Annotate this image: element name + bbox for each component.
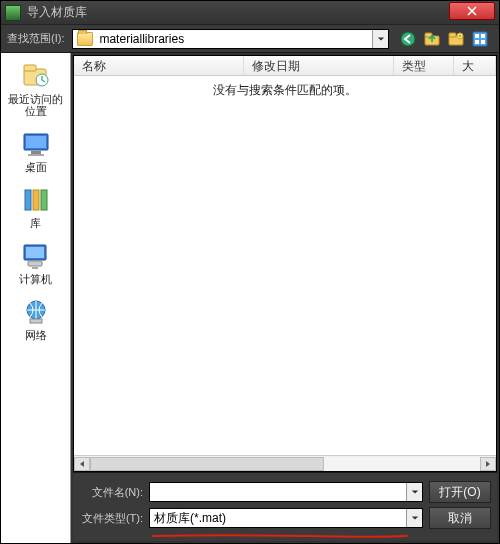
- sidebar-item-network[interactable]: 网络: [6, 295, 66, 343]
- svg-rect-16: [31, 151, 41, 154]
- app-icon: [5, 5, 21, 21]
- sidebar-item-libraries[interactable]: 库: [6, 183, 66, 231]
- horizontal-scrollbar[interactable]: [74, 455, 496, 471]
- cancel-button[interactable]: 取消: [429, 507, 491, 529]
- sidebar-item-computer[interactable]: 计算机: [6, 239, 66, 287]
- lookin-label: 查找范围(I):: [7, 31, 64, 46]
- svg-rect-4: [449, 33, 456, 37]
- svg-rect-23: [28, 261, 42, 266]
- svg-rect-9: [475, 40, 479, 44]
- sidebar-item-label: 网络: [25, 329, 47, 341]
- svg-rect-22: [26, 247, 44, 258]
- svg-rect-26: [30, 319, 42, 323]
- file-dialog: 导入材质库 查找范围(I): materiallibraries: [0, 0, 500, 544]
- column-name[interactable]: 名称: [74, 56, 244, 75]
- lookin-dropdown-button[interactable]: [372, 30, 388, 48]
- filename-row: 文件名(N): 打开(O): [79, 481, 491, 503]
- close-button[interactable]: [449, 2, 495, 20]
- annotation-underline: [150, 527, 410, 531]
- svg-rect-8: [481, 34, 485, 38]
- newfolder-icon[interactable]: [447, 30, 465, 48]
- svg-rect-17: [28, 154, 44, 156]
- computer-icon: [19, 241, 53, 271]
- svg-rect-12: [24, 65, 36, 71]
- window-title: 导入材质库: [27, 4, 449, 21]
- filetype-combo[interactable]: 材质库(*.mat): [149, 508, 423, 528]
- filetype-label: 文件类型(T):: [79, 511, 143, 526]
- filetype-row: 文件类型(T): 材质库(*.mat) 取消: [79, 507, 491, 529]
- svg-rect-24: [32, 267, 38, 269]
- svg-rect-7: [475, 34, 479, 38]
- up-icon[interactable]: [423, 30, 441, 48]
- back-icon[interactable]: [399, 30, 417, 48]
- svg-rect-10: [481, 40, 485, 44]
- column-size[interactable]: 大: [454, 56, 496, 75]
- toolbar: 查找范围(I): materiallibraries: [1, 25, 499, 53]
- scroll-track[interactable]: [90, 457, 480, 471]
- sidebar-item-recent[interactable]: 最近访问的位置: [6, 59, 66, 119]
- column-headers: 名称 修改日期 类型 大: [74, 56, 496, 76]
- sidebar-item-desktop[interactable]: 桌面: [6, 127, 66, 175]
- main-panel: 名称 修改日期 类型 大 没有与搜索条件匹配的项。 文件名(N):: [71, 53, 499, 543]
- file-listview[interactable]: 名称 修改日期 类型 大 没有与搜索条件匹配的项。: [73, 55, 497, 472]
- lookin-path: materiallibraries: [97, 32, 372, 46]
- filename-combo[interactable]: [149, 482, 423, 502]
- svg-rect-18: [25, 190, 31, 210]
- column-date[interactable]: 修改日期: [244, 56, 394, 75]
- dialog-body: 最近访问的位置 桌面 库 计算机: [1, 53, 499, 543]
- toolbar-icons: [395, 30, 493, 48]
- svg-rect-15: [26, 136, 46, 148]
- sidebar-item-label: 计算机: [19, 273, 52, 285]
- svg-point-0: [401, 32, 415, 46]
- network-icon: [19, 297, 53, 327]
- sidebar-item-label: 最近访问的位置: [6, 93, 66, 117]
- filename-label: 文件名(N):: [79, 485, 143, 500]
- scroll-thumb[interactable]: [90, 457, 324, 471]
- scroll-left-button[interactable]: [74, 457, 90, 471]
- titlebar: 导入材质库: [1, 1, 499, 25]
- libraries-icon: [19, 185, 53, 215]
- desktop-icon: [19, 129, 53, 159]
- sidebar-item-label: 桌面: [25, 161, 47, 173]
- column-type[interactable]: 类型: [394, 56, 454, 75]
- filetype-value: 材质库(*.mat): [150, 510, 406, 527]
- filetype-dropdown-button[interactable]: [406, 509, 422, 527]
- places-sidebar: 最近访问的位置 桌面 库 计算机: [1, 53, 71, 543]
- filename-dropdown-button[interactable]: [406, 483, 422, 501]
- recent-icon: [19, 61, 53, 91]
- bottom-panel: 文件名(N): 打开(O) 文件类型(T): 材质库(*.mat): [73, 472, 497, 541]
- file-area[interactable]: 没有与搜索条件匹配的项。: [74, 76, 496, 455]
- empty-message: 没有与搜索条件匹配的项。: [74, 82, 496, 99]
- sidebar-item-label: 库: [30, 217, 41, 229]
- lookin-combo[interactable]: materiallibraries: [72, 29, 389, 49]
- svg-rect-20: [41, 190, 47, 210]
- filename-input[interactable]: [150, 485, 406, 499]
- folder-icon: [77, 32, 93, 46]
- svg-rect-19: [33, 190, 39, 210]
- open-button[interactable]: 打开(O): [429, 481, 491, 503]
- views-icon[interactable]: [471, 30, 489, 48]
- scroll-right-button[interactable]: [480, 457, 496, 471]
